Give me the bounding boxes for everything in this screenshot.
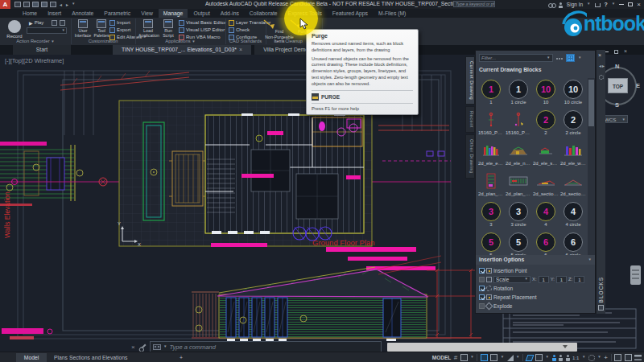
more-options-icon[interactable]: [556, 58, 564, 60]
layout-tab-model[interactable]: Model: [16, 353, 47, 362]
ribbon-tab-view[interactable]: View: [136, 9, 158, 18]
snap-mode-icon[interactable]: [460, 354, 468, 361]
ribbon-tab-manage[interactable]: Manage: [159, 9, 188, 18]
dynamic-input-icon[interactable]: [481, 354, 488, 361]
import-button[interactable]: Import: [109, 19, 130, 26]
palette-tab-other-drawing[interactable]: Other Drawing: [465, 134, 475, 179]
block-item[interactable]: 1010 circle: [559, 78, 587, 109]
option-insertion-point[interactable]: Insertion Point: [476, 266, 595, 274]
redo-icon[interactable]: ►: [65, 2, 69, 7]
viewcube-east[interactable]: E: [636, 82, 640, 89]
annotation-scale-value[interactable]: 1:1: [572, 356, 579, 360]
block-item[interactable]: 2d_ele_south: [532, 139, 559, 170]
explode-checkbox[interactable]: [479, 303, 485, 309]
filter-dropdown-icon[interactable]: ▼: [547, 56, 550, 60]
viewcube-south[interactable]: S: [615, 101, 619, 109]
user-interface-button[interactable]: User Interface: [73, 19, 93, 38]
ribbon-tab-annotate[interactable]: Annotate: [67, 9, 98, 18]
visual-basic-editor-button[interactable]: Visual Basic Editor: [179, 19, 226, 26]
panel-label-cad-standards[interactable]: CAD Standards: [225, 39, 266, 45]
play-button[interactable]: ▶Play: [29, 19, 43, 26]
polar-dropdown-icon[interactable]: ▼: [516, 356, 519, 360]
block-item[interactable]: 2d_section...: [559, 170, 587, 200]
option-repeat-placement[interactable]: Repeat Placement: [476, 293, 595, 301]
command-close-icon[interactable]: ×: [131, 343, 135, 351]
block-item[interactable]: 2d_section...: [532, 170, 559, 200]
scrollbar-horizontal[interactable]: [387, 343, 577, 352]
search-icon[interactable]: [548, 2, 555, 8]
save-icon[interactable]: [32, 2, 39, 7]
insert-message-icon[interactable]: [52, 19, 57, 26]
scale-dropdown[interactable]: Scale▼: [493, 276, 530, 283]
navigation-bar-button[interactable]: [630, 265, 641, 285]
ribbon-tab-home[interactable]: Home: [18, 9, 42, 18]
block-item[interactable]: 1010: [532, 78, 559, 109]
palette-autohide-icon[interactable]: ◄►: [598, 64, 605, 68]
close-tab-icon[interactable]: ×: [239, 47, 242, 52]
palette-tab-current-drawing[interactable]: Current Drawing: [465, 56, 475, 105]
block-item[interactable]: 55: [477, 231, 505, 255]
ortho-dropdown-icon[interactable]: ▼: [501, 356, 504, 360]
filter-input[interactable]: Filter...: [479, 54, 553, 62]
scale-dropdown-icon[interactable]: ▼: [582, 356, 585, 360]
record-button-icon[interactable]: [8, 20, 21, 33]
block-item[interactable]: 2d_ele_west: [559, 139, 587, 170]
load-application-button[interactable]: Load Application: [138, 19, 158, 38]
tool-palettes-button[interactable]: Tool Palettes: [92, 19, 111, 38]
minimize-button[interactable]: [619, 4, 624, 5]
new-file-icon[interactable]: [14, 2, 21, 7]
osnap-settings-icon[interactable]: [535, 354, 543, 361]
option-explode[interactable]: Explode: [476, 302, 595, 310]
drawing-restore-icon[interactable]: [614, 50, 618, 54]
command-input[interactable]: [169, 343, 381, 351]
file-tab-active[interactable]: TINY HOUSE_TRP007_... Elevations_01_D03*…: [113, 45, 251, 55]
block-item[interactable]: 44 circle: [559, 200, 587, 231]
repeat-placement-checkbox[interactable]: [479, 294, 485, 300]
visual-lisp-editor-button[interactable]: Visual LISP Editor: [179, 27, 225, 33]
open-file-icon[interactable]: [23, 2, 30, 7]
check-button[interactable]: Check: [229, 27, 250, 33]
block-item[interactable]: 11 circle: [505, 78, 532, 109]
block-item[interactable]: 2d_plan_GF: [477, 170, 505, 200]
workspace-dropdown-icon[interactable]: ▼: [597, 356, 601, 360]
save-as-icon[interactable]: [41, 2, 47, 7]
hardware-acceleration-icon[interactable]: [614, 354, 621, 361]
pause-icon[interactable]: [60, 19, 65, 26]
isolate-objects-icon[interactable]: [625, 354, 632, 361]
snap-dropdown-icon[interactable]: ▼: [470, 356, 473, 360]
action-macro-dropdown[interactable]: ▼: [27, 27, 67, 34]
search-input[interactable]: Type a keyword or phrase: [453, 1, 495, 7]
osnap-dropdown-icon[interactable]: ▼: [546, 356, 549, 360]
model-space-button[interactable]: MODEL: [432, 355, 451, 360]
viewcube-top-face[interactable]: TOP: [608, 78, 628, 93]
block-item[interactable]: 33: [477, 200, 505, 231]
palette-properties-icon[interactable]: [599, 75, 604, 80]
scale-z-input[interactable]: 1: [574, 276, 584, 283]
autoscale-icon[interactable]: [559, 358, 563, 361]
block-item[interactable]: 22 circle: [559, 109, 587, 139]
qat-dropdown-icon[interactable]: ▼: [72, 2, 75, 6]
block-item[interactable]: 2d_plan_m...: [505, 170, 532, 200]
object-snap-icon[interactable]: [525, 355, 534, 361]
command-line[interactable]: ▼: [150, 341, 382, 352]
block-item[interactable]: 11: [477, 78, 505, 109]
option-rotation[interactable]: Rotation: [476, 284, 595, 292]
block-item[interactable]: 55 circle: [505, 231, 532, 255]
ribbon-tab-add-ins[interactable]: Add-ins: [216, 9, 244, 18]
ribbon-tab-featured-apps[interactable]: Featured Apps: [328, 9, 373, 18]
clean-screen-icon[interactable]: [634, 355, 642, 360]
scale-y-input[interactable]: 1: [556, 276, 567, 283]
drawing-close-icon[interactable]: ×: [624, 48, 627, 55]
scale-x-input[interactable]: 1: [539, 276, 549, 283]
ortho-mode-icon[interactable]: [490, 354, 497, 361]
ribbon-tab-parametric[interactable]: Parametric: [99, 9, 135, 18]
grid-display-icon[interactable]: #: [454, 354, 457, 361]
run-script-button[interactable]: Run Script: [159, 19, 178, 38]
plot-icon[interactable]: [50, 2, 56, 7]
file-tab-start[interactable]: Start: [13, 45, 71, 55]
palette-tab-recent[interactable]: Recent: [465, 106, 475, 133]
palette-scrollbar[interactable]: [588, 78, 595, 255]
block-item[interactable]: 2d_ele_north: [505, 139, 532, 170]
undo-icon[interactable]: ◄: [59, 2, 63, 7]
command-keyboard-icon[interactable]: [153, 344, 161, 350]
